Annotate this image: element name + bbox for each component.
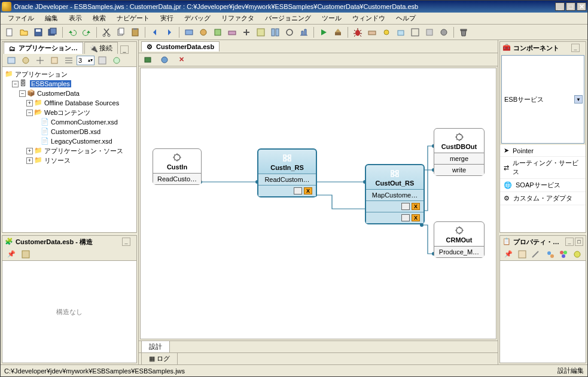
footer-tab-design[interactable]: 設計 [141, 341, 170, 353]
esb-operation[interactable]: MapCustome… [366, 189, 424, 200]
tool-icon[interactable] [283, 26, 296, 39]
prop-tool-button[interactable] [571, 248, 584, 261]
tree-item-workspace[interactable]: ESBSamples [30, 80, 71, 87]
esb-operation[interactable]: write [434, 164, 484, 175]
tree-toggle[interactable]: − [26, 110, 33, 116]
canvas-tool-button[interactable] [158, 53, 171, 66]
esb-operation[interactable]: merge [434, 153, 484, 164]
esb-node-custin[interactable]: CustIn ReadCusto… [153, 148, 202, 185]
esb-rule-row[interactable]: X [258, 185, 316, 196]
panel-restore-button[interactable]: □ [575, 238, 583, 246]
panel-collapse-button[interactable]: _ [122, 238, 130, 246]
menu-file[interactable]: ファイル [3, 13, 39, 24]
editor-tab[interactable]: ⚙CustomerData.esb [141, 41, 220, 51]
menu-navigate[interactable]: ナビゲート [112, 13, 154, 24]
tool-icon[interactable] [182, 26, 196, 39]
component-combo[interactable]: ESBサービス▼ [501, 55, 584, 144]
menu-debug[interactable]: デバッグ [179, 13, 215, 24]
tree-item-project[interactable]: CustomerData [37, 90, 80, 97]
nav-tool-button[interactable] [19, 54, 32, 67]
tool-icon[interactable] [380, 26, 393, 39]
footer-tab-log[interactable]: ▦ログ [141, 353, 178, 365]
menu-versioning[interactable]: バージョニング [260, 13, 316, 24]
esb-operation[interactable]: ReadCustom… [258, 174, 316, 185]
tool-icon[interactable] [423, 26, 436, 39]
panel-collapse-button[interactable]: _ [120, 45, 129, 54]
tool-icon[interactable] [409, 26, 422, 39]
menu-window[interactable]: ウィンドウ [348, 13, 390, 24]
tree-item[interactable]: CustomerDB.xsd [51, 128, 100, 135]
tree-item[interactable]: Webコンテンツ [44, 108, 90, 117]
nav-tool-button[interactable] [110, 54, 123, 67]
menu-tools[interactable]: ツール [317, 13, 346, 24]
nav-tool-button[interactable] [48, 54, 61, 67]
tree-item[interactable]: リソース [44, 156, 71, 165]
close-button[interactable]: ✕ [577, 2, 586, 11]
esb-node-crmout[interactable]: CRMOut Produce_M… [434, 221, 485, 258]
panel-collapse-button[interactable]: _ [565, 238, 574, 246]
menu-edit[interactable]: 編集 [40, 13, 63, 24]
copy-button[interactable] [114, 26, 127, 39]
new-button[interactable] [3, 26, 16, 39]
minimize-button[interactable]: _ [555, 2, 565, 11]
component-item-pointer[interactable]: ➤Pointer [500, 145, 586, 157]
tab-connections[interactable]: 🔌接続 [84, 42, 118, 54]
tree-toggle[interactable]: + [26, 157, 33, 164]
nav-tool-button[interactable] [96, 54, 109, 67]
menu-refactor[interactable]: リファクタ [217, 13, 259, 24]
esb-operation[interactable]: ReadCusto… [153, 173, 201, 184]
tree-item[interactable]: LegacyCustomer.xsd [51, 138, 112, 145]
prop-tool-button[interactable] [544, 248, 557, 261]
esb-operation[interactable]: Produce_M… [434, 246, 484, 257]
debug-button[interactable] [351, 26, 364, 39]
tree-item[interactable]: アプリケーション・ソース [44, 147, 123, 156]
component-item-routing[interactable]: ⇄ルーティング・サービス [500, 157, 586, 179]
save-button[interactable] [32, 26, 45, 39]
component-item-adapter[interactable]: ⚙カスタム・アダプタ [500, 192, 586, 205]
tree-toggle[interactable]: + [26, 100, 33, 107]
open-button[interactable] [17, 26, 31, 39]
esb-canvas[interactable]: CustIn ReadCusto… CustIn_RS ReadCustom… … [141, 68, 496, 339]
tree-toggle[interactable]: − [12, 81, 19, 87]
tool-icon[interactable] [226, 26, 239, 39]
maximize-button[interactable]: □ [566, 2, 575, 11]
paste-button[interactable] [129, 26, 142, 39]
prop-tool-button[interactable] [516, 248, 529, 261]
nav-tool-button[interactable] [33, 54, 47, 67]
esb-rule-row[interactable]: X [366, 212, 424, 223]
menu-help[interactable]: ヘルプ [391, 13, 421, 24]
level-spinner[interactable]: 3▴▾ [77, 56, 95, 65]
struct-tool-button[interactable] [19, 248, 32, 261]
tool-icon[interactable] [394, 26, 407, 39]
tool-icon[interactable] [365, 26, 379, 39]
nav-tool-button[interactable] [62, 54, 75, 67]
tool-icon[interactable] [211, 26, 224, 39]
tool-icon[interactable] [254, 26, 267, 39]
tree-item[interactable]: CommonCustomer.xsd [51, 118, 118, 126]
tree-toggle[interactable]: − [19, 90, 26, 97]
esb-node-custdbout[interactable]: CustDBOut merge write [434, 128, 485, 176]
canvas-tool-button[interactable] [141, 53, 154, 66]
titlebar[interactable]: Oracle JDeveloper - ESBSamples.jws : Cus… [1, 1, 587, 13]
prop-tool-button[interactable] [557, 248, 570, 261]
menu-run[interactable]: 実行 [156, 13, 178, 24]
panel-collapse-button[interactable]: _ [571, 44, 580, 52]
redo-button[interactable] [80, 26, 93, 39]
tab-applications[interactable]: 🗂アプリケーション… [4, 42, 83, 54]
pin-button[interactable]: 📌 [5, 248, 18, 261]
tree-toggle[interactable]: + [26, 148, 33, 154]
nav-tool-button[interactable] [5, 54, 18, 67]
esb-node-custout-rs[interactable]: CustOut_RS MapCustome… X X [365, 164, 425, 224]
component-item-soap[interactable]: 🌐SOAPサービス [500, 179, 586, 192]
tool-icon[interactable] [197, 26, 210, 39]
application-tree[interactable]: 📁アプリケーション −🗄ESBSamples −📦CustomerData +📁… [2, 67, 136, 168]
undo-button[interactable] [66, 26, 79, 39]
prop-tool-button[interactable] [529, 248, 542, 261]
canvas-delete-button[interactable]: ✕ [175, 53, 188, 66]
tool-icon[interactable] [269, 26, 282, 39]
delete-button[interactable] [457, 26, 470, 39]
tool-icon[interactable] [240, 26, 253, 39]
esb-node-custin-rs[interactable]: CustIn_RS ReadCustom… X [257, 148, 317, 197]
pin-button[interactable]: 📌 [502, 248, 515, 261]
tool-icon[interactable] [437, 26, 450, 39]
